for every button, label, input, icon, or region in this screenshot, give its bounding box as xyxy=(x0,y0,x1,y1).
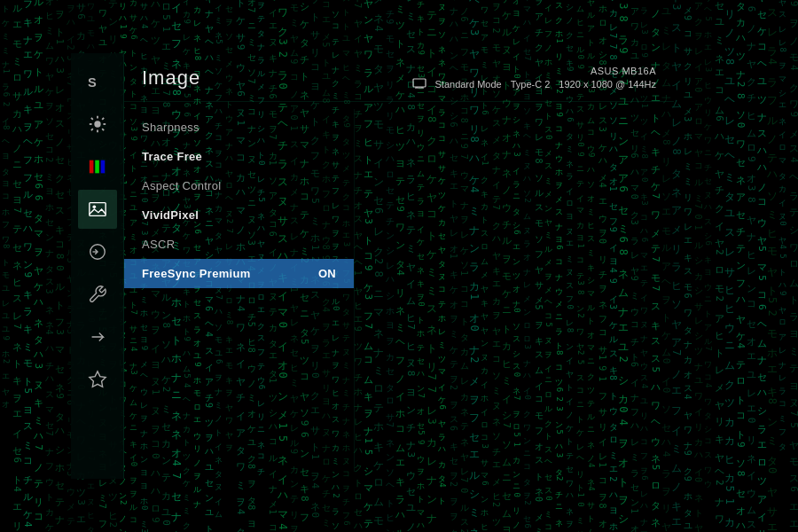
menu-item-trace-free[interactable]: Trace Free xyxy=(124,142,354,171)
page-title: Image xyxy=(142,66,200,90)
menu-item-label: FreeSync Premium xyxy=(142,267,251,280)
monitor-icon xyxy=(412,78,426,90)
osd-container: S Image xyxy=(71,53,674,479)
svg-rect-11 xyxy=(95,160,99,174)
svg-rect-18 xyxy=(413,79,426,87)
content-panel: Image ASUS MB16A Standard Mode Type-C 2 xyxy=(124,53,674,479)
menu-item-value: ON xyxy=(318,267,336,280)
svg-rect-10 xyxy=(89,160,93,174)
sidebar-item-input[interactable] xyxy=(78,232,117,271)
svg-text:S: S xyxy=(88,75,97,90)
svg-point-1 xyxy=(94,121,100,127)
sidebar-item-color[interactable] xyxy=(78,147,117,186)
menu-panel: SharpnessTrace FreeAspect ControlVividPi… xyxy=(124,102,674,479)
connection-label: Type-C 2 xyxy=(511,79,551,90)
sidebar-item-image[interactable] xyxy=(78,190,117,229)
sidebar-item-splendid[interactable]: S xyxy=(78,62,117,101)
header: Image ASUS MB16A Standard Mode Type-C 2 xyxy=(124,53,674,102)
svg-line-5 xyxy=(102,129,104,130)
svg-line-4 xyxy=(90,118,92,120)
resolution-label: 1920 x 1080 @ 144Hz xyxy=(559,79,656,90)
menu-detail xyxy=(355,109,674,472)
menu-item-freesync[interactable]: FreeSync PremiumON xyxy=(124,259,354,288)
svg-line-9 xyxy=(102,118,104,120)
menu-item-ascr[interactable]: ASCR xyxy=(124,230,354,259)
svg-marker-17 xyxy=(89,372,105,387)
menu-list: SharpnessTrace FreeAspect ControlVividPi… xyxy=(124,109,355,472)
menu-item-vividpixel[interactable]: VividPixel xyxy=(124,200,354,230)
header-mode-line: Standard Mode Type-C 2 1920 x 1080 @ 144… xyxy=(412,78,657,90)
sidebar: S xyxy=(71,53,124,479)
svg-point-14 xyxy=(92,205,96,208)
svg-rect-13 xyxy=(89,203,105,216)
monitor-model: ASUS MB16A xyxy=(591,66,656,76)
svg-rect-12 xyxy=(100,160,105,174)
sidebar-item-system[interactable] xyxy=(78,275,117,314)
mode-label: Standard Mode xyxy=(435,79,502,90)
sidebar-item-favorites[interactable] xyxy=(78,360,117,399)
sidebar-item-brightness[interactable] xyxy=(78,105,117,144)
menu-item-aspect-control[interactable]: Aspect Control xyxy=(124,171,354,200)
header-info: ASUS MB16A Standard Mode Type-C 2 1920 x… xyxy=(412,66,657,90)
svg-line-8 xyxy=(90,129,92,130)
sidebar-item-shortcut[interactable] xyxy=(78,317,117,356)
menu-item-sharpness[interactable]: Sharpness xyxy=(124,113,354,142)
